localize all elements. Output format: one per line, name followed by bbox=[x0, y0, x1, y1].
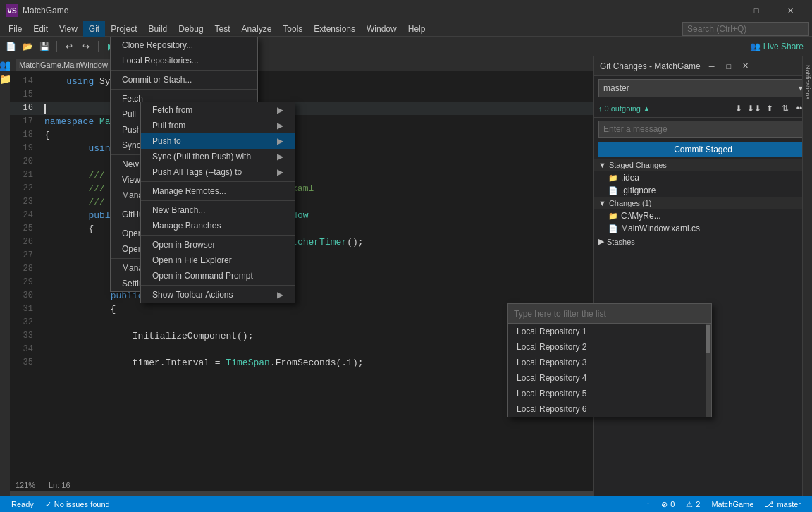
git-toolbar: ↑ 0 outgoing ▲ ⬇ ⬇⬇ ⬆ ⇅ ••• bbox=[594, 100, 812, 118]
branch-icon: ⎇ bbox=[765, 500, 774, 509]
submenu-fetch-from[interactable]: Fetch from ▶ bbox=[141, 102, 295, 118]
changes-header[interactable]: ▼ Changes (1) bbox=[594, 197, 812, 209]
branch-selector[interactable]: master ▾ bbox=[598, 79, 808, 97]
submenu-new-branch[interactable]: New Branch... bbox=[141, 202, 295, 218]
toolbar-new-file[interactable]: 📄 bbox=[3, 39, 18, 54]
toolbar-undo[interactable]: ↩ bbox=[61, 39, 77, 54]
status-match-game[interactable]: MatchGame bbox=[706, 496, 759, 512]
repo-list-container: Local Repository 1 Local Repository 2 Lo… bbox=[508, 324, 711, 417]
status-right: ↑ ⊗ 0 ⚠ 2 MatchGame ⎇ master bbox=[641, 496, 806, 512]
line-num-32: 32 bbox=[10, 316, 42, 329]
git-sync-btn[interactable]: ⇅ bbox=[778, 102, 792, 116]
menu-tools[interactable]: Tools bbox=[277, 21, 308, 37]
toolbar-redo[interactable]: ↪ bbox=[78, 39, 94, 54]
fetch-from-label: Fetch from bbox=[152, 105, 192, 115]
class-dropdown[interactable]: MatchGame.MainWindow bbox=[16, 59, 120, 71]
live-share-button[interactable]: 👥 Live Share bbox=[744, 40, 809, 53]
line-num-22: 22 bbox=[10, 182, 42, 195]
folder-icon: 📁 bbox=[608, 173, 618, 183]
submenu-open-cmd[interactable]: Open in Command Prompt bbox=[141, 268, 295, 284]
submenu-manage-remotes[interactable]: Manage Remotes... bbox=[141, 183, 295, 199]
repo-item-3[interactable]: Local Repository 3 bbox=[508, 355, 711, 370]
maximize-button[interactable]: □ bbox=[740, 0, 773, 21]
staged-file-idea[interactable]: 📁 .idea bbox=[594, 171, 812, 184]
menu-debug[interactable]: Debug bbox=[173, 21, 209, 37]
status-warnings[interactable]: ⚠ 2 bbox=[680, 496, 706, 512]
status-ready-label: Ready bbox=[11, 500, 34, 508]
repo-item-5[interactable]: Local Repository 5 bbox=[508, 386, 711, 401]
submenu-open-file-explorer-label: Open in File Explorer bbox=[152, 255, 232, 265]
repo-item-1[interactable]: Local Repository 1 bbox=[508, 324, 711, 339]
commit-staged-button[interactable]: Commit Staged bbox=[598, 142, 808, 157]
line-num-21: 21 bbox=[10, 169, 42, 182]
submenu-manage-branches-label: Manage Branches bbox=[152, 221, 221, 231]
git-fetch-btn[interactable]: ⬇ bbox=[732, 102, 746, 116]
submenu-sep-2 bbox=[141, 200, 295, 201]
close-button[interactable]: ✕ bbox=[774, 0, 806, 21]
menu-analyze[interactable]: Analyze bbox=[236, 21, 278, 37]
status-git-arrow[interactable]: ↑ bbox=[641, 496, 656, 512]
no-issues-label: No issues found bbox=[54, 500, 110, 508]
git-panel-header: Git Changes - MatchGame ─ □ ✕ bbox=[594, 56, 812, 76]
git-menu-commit[interactable]: Commit or Stash... bbox=[111, 72, 257, 87]
search-input[interactable] bbox=[682, 22, 809, 36]
submenu-open-browser[interactable]: Open in Browser bbox=[141, 237, 295, 252]
toolbar-open[interactable]: 📂 bbox=[20, 39, 35, 54]
submenu-push-all-tags[interactable]: Push All Tags (--tags) to ▶ bbox=[141, 164, 295, 180]
staged-changes-header[interactable]: ▼ Staged Changes bbox=[594, 159, 812, 171]
menu-test[interactable]: Test bbox=[209, 21, 236, 37]
submenu-sync-with[interactable]: Sync (Pull then Push) with ▶ bbox=[141, 149, 295, 164]
menu-extensions[interactable]: Extensions bbox=[308, 21, 361, 37]
notification-sidebar: Notifications bbox=[802, 56, 812, 496]
submenu-show-toolbar[interactable]: Show Toolbar Actions ▶ bbox=[141, 287, 295, 303]
git-panel-maximize[interactable]: □ bbox=[723, 61, 734, 72]
menu-help[interactable]: Help bbox=[402, 21, 431, 37]
git-menu-clone[interactable]: Clone Repository... bbox=[111, 37, 257, 53]
menu-file[interactable]: File bbox=[3, 21, 27, 37]
submenu-manage-branches[interactable]: Manage Branches bbox=[141, 218, 295, 233]
changes-label: Changes (1) bbox=[609, 199, 652, 207]
git-menu-local-repos[interactable]: Local Repositories... bbox=[111, 53, 257, 68]
changes-folder-name: C:\MyRe... bbox=[621, 211, 661, 221]
git-pull-btn[interactable]: ⬇⬇ bbox=[747, 102, 761, 116]
repo-filter-input[interactable] bbox=[508, 304, 711, 324]
changes-file-mainwindow[interactable]: 📄 MainWindow.xaml.cs bbox=[594, 222, 812, 235]
submenu-open-file-explorer[interactable]: Open in File Explorer bbox=[141, 252, 295, 268]
status-branch[interactable]: ⎇ master bbox=[759, 496, 806, 512]
menu-build[interactable]: Build bbox=[143, 21, 173, 37]
show-toolbar-arrow: ▶ bbox=[277, 290, 283, 300]
stashes-header[interactable]: ▶ Stashes bbox=[594, 235, 812, 248]
changes-file-folder[interactable]: 📁 C:\MyRe... bbox=[594, 209, 812, 222]
submenu-push-to[interactable]: Push to ▶ bbox=[141, 133, 295, 149]
error-count: 0 bbox=[670, 500, 675, 508]
git-submenu: Fetch from ▶ Pull from ▶ Push to ▶ Sync … bbox=[140, 102, 295, 303]
no-issues-icon: ✓ bbox=[45, 500, 51, 509]
git-panel-close[interactable]: ✕ bbox=[740, 61, 751, 72]
outgoing-count[interactable]: ↑ 0 outgoing ▲ bbox=[598, 104, 730, 113]
repo-item-4[interactable]: Local Repository 4 bbox=[508, 370, 711, 386]
git-push-btn[interactable]: ⬆ bbox=[763, 102, 777, 116]
toolbar-save[interactable]: 💾 bbox=[37, 39, 52, 54]
git-panel-minimize[interactable]: ─ bbox=[706, 61, 718, 72]
menu-view[interactable]: View bbox=[54, 21, 83, 37]
status-no-issues[interactable]: ✓ No issues found bbox=[39, 496, 116, 512]
menu-git[interactable]: Git bbox=[83, 21, 105, 37]
repo-scrollbar[interactable] bbox=[706, 324, 711, 417]
line-num-17: 17 bbox=[10, 115, 42, 128]
status-errors[interactable]: ⊗ 0 bbox=[656, 496, 680, 512]
notifications-label[interactable]: Notifications bbox=[804, 65, 811, 99]
branch-status: master bbox=[777, 500, 801, 508]
commit-message-input[interactable] bbox=[598, 121, 808, 138]
submenu-pull-from[interactable]: Pull from ▶ bbox=[141, 118, 295, 133]
menu-project[interactable]: Project bbox=[105, 21, 142, 37]
menu-window[interactable]: Window bbox=[361, 21, 402, 37]
repo-item-2[interactable]: Local Repository 2 bbox=[508, 339, 711, 355]
minimize-button[interactable]: ─ bbox=[706, 0, 739, 21]
repo-item-6[interactable]: Local Repository 6 bbox=[508, 401, 711, 417]
changes-folder-icon: 📁 bbox=[608, 212, 618, 221]
menu-bar: File Edit View Git Project Build Debug T… bbox=[0, 21, 812, 37]
staged-file-gitignore[interactable]: 📄 .gitignore bbox=[594, 184, 812, 197]
warning-count: 2 bbox=[696, 500, 700, 508]
menu-edit[interactable]: Edit bbox=[27, 21, 54, 37]
project-name: MatchGame bbox=[711, 500, 753, 508]
